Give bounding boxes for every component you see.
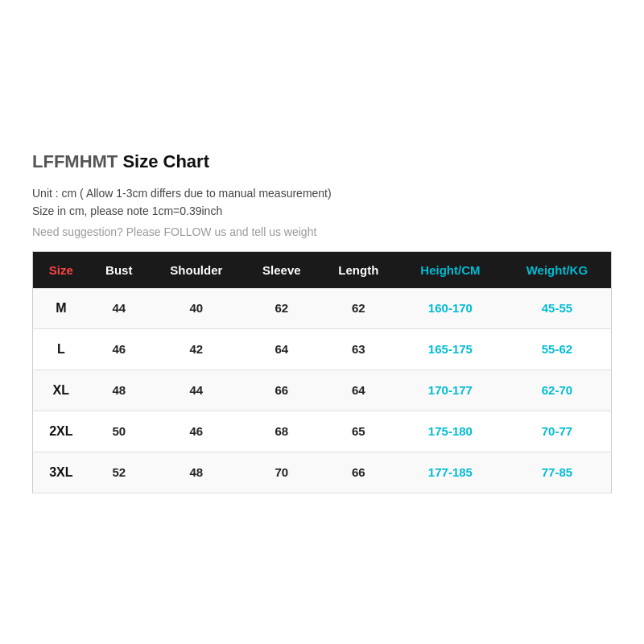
brand-name: LFFMHMT [32, 151, 118, 171]
cell-shoulder: 44 [149, 369, 244, 411]
info-line-2: Size in cm, please note 1cm=0.39inch [32, 204, 612, 217]
table-body: M44406262160-17045-55L46426463165-17555-… [33, 288, 612, 493]
header-length: Length [320, 251, 398, 288]
cell-bust: 48 [89, 369, 149, 411]
table-row: M44406262160-17045-55 [33, 288, 612, 329]
cell-bust: 46 [89, 328, 149, 369]
table-row: L46426463165-17555-62 [33, 328, 612, 369]
header-shoulder: Shoulder [149, 251, 244, 288]
table-row: 3XL52487066177-18577-85 [33, 452, 612, 493]
cell-size: M [33, 288, 89, 329]
cell-weight: 62-70 [503, 369, 612, 411]
header-bust: Bust [89, 251, 149, 288]
cell-weight: 45-55 [503, 288, 612, 329]
cell-height: 165-175 [398, 328, 503, 369]
cell-height: 177-185 [398, 452, 503, 493]
header-size: Size [33, 251, 89, 288]
cell-length: 65 [320, 411, 398, 452]
table-row: 2XL50466865175-18070-77 [33, 411, 612, 452]
cell-sleeve: 64 [244, 328, 320, 369]
table-header-row: Size Bust Shoulder Sleeve Length Height/… [33, 251, 612, 288]
cell-sleeve: 70 [244, 452, 320, 493]
cell-bust: 52 [89, 452, 149, 493]
cell-shoulder: 40 [149, 288, 244, 329]
size-table: Size Bust Shoulder Sleeve Length Height/… [32, 251, 612, 493]
info-section: Unit : cm ( Allow 1-3cm differs due to m… [32, 187, 612, 238]
cell-weight: 77-85 [503, 452, 612, 493]
cell-size: 2XL [33, 411, 89, 452]
cell-weight: 55-62 [503, 328, 612, 369]
cell-sleeve: 66 [244, 369, 320, 411]
suggestion-line: Need suggestion? Please FOLLOW us and te… [32, 225, 612, 238]
cell-sleeve: 68 [244, 411, 320, 452]
cell-bust: 50 [89, 411, 149, 452]
cell-shoulder: 42 [149, 328, 244, 369]
header-sleeve: Sleeve [244, 251, 320, 288]
cell-height: 160-170 [398, 288, 503, 329]
cell-sleeve: 62 [244, 288, 320, 329]
cell-length: 62 [320, 288, 398, 329]
info-line-1: Unit : cm ( Allow 1-3cm differs due to m… [32, 187, 612, 200]
chart-title: LFFMHMT Size Chart [32, 151, 612, 172]
cell-size: XL [33, 369, 89, 411]
cell-height: 175-180 [398, 411, 503, 452]
cell-height: 170-177 [398, 369, 503, 411]
cell-weight: 70-77 [503, 411, 612, 452]
cell-size: 3XL [33, 452, 89, 493]
table-row: XL48446664170-17762-70 [33, 369, 612, 411]
cell-shoulder: 46 [149, 411, 244, 452]
chart-title-text: Size Chart [118, 151, 209, 171]
size-chart-container: LFFMHMT Size Chart Unit : cm ( Allow 1-3… [16, 135, 628, 510]
cell-size: L [33, 328, 89, 369]
cell-bust: 44 [89, 288, 149, 329]
cell-length: 66 [320, 452, 398, 493]
cell-length: 63 [320, 328, 398, 369]
cell-shoulder: 48 [149, 452, 244, 493]
cell-length: 64 [320, 369, 398, 411]
header-weight: Weight/KG [503, 251, 612, 288]
header-height: Height/CM [398, 251, 503, 288]
